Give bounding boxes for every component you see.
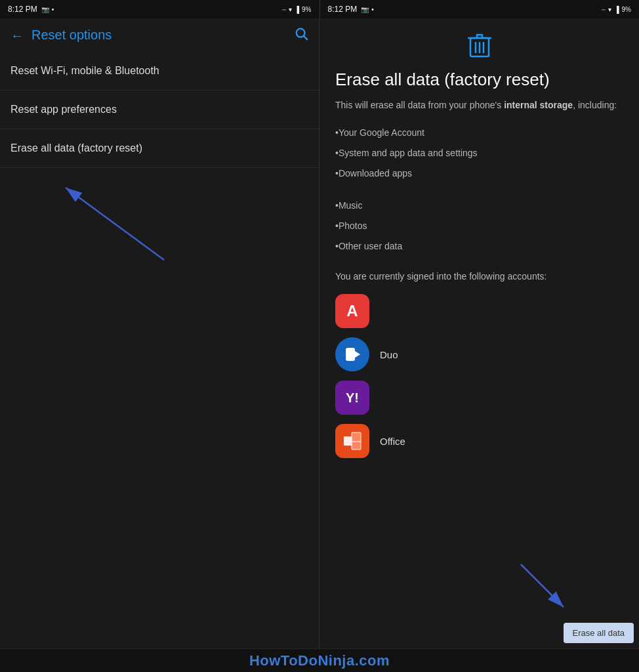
bullet-music: •Music (335, 196, 623, 216)
office-icon-svg (342, 431, 362, 451)
menu-item-wifi-label: Reset Wi-Fi, mobile & Bluetooth (10, 65, 159, 76)
duo-label: Duo (380, 349, 398, 360)
menu-item-app-prefs-label: Reset app preferences (10, 104, 117, 115)
dot-icon-left: • (52, 6, 54, 13)
dot-icon-right: • (371, 6, 374, 13)
office-label: Office (380, 436, 405, 447)
app-row-duo: Duo (335, 337, 623, 371)
desc-normal: This will erase all data from your phone… (335, 100, 504, 110)
left-status-right-icons: ⎓ ▾ ▐ 9% (282, 6, 312, 13)
bluetooth-icon-left: ⎓ (282, 6, 286, 13)
right-status-icons: 📷 • (361, 6, 374, 13)
left-status-icons: 📷 • (41, 6, 54, 13)
app-row-adobe: A (335, 294, 623, 328)
app-row-office: Office (335, 424, 623, 458)
left-arrow-annotation (0, 168, 319, 648)
menu-item-wifi[interactable]: Reset Wi-Fi, mobile & Bluetooth (0, 52, 319, 91)
toolbar: ← Reset options (0, 18, 319, 52)
menu-item-app-prefs[interactable]: Reset app preferences (0, 91, 319, 129)
yahoo-icon: Y! (335, 381, 369, 415)
adobe-icon-letter: A (346, 302, 358, 320)
yahoo-icon-letter: Y! (346, 390, 359, 406)
watermark-text: HowToDoNinja.com (249, 652, 390, 669)
bullet-other-user-data: •Other user data (335, 236, 623, 257)
trash-icon-container (335, 32, 623, 62)
desc-end: , including: (573, 100, 617, 110)
signal-icon-left: ▐ (295, 6, 299, 13)
factory-reset-title: Erase all data (factory reset) (335, 70, 623, 90)
office-icon (335, 424, 369, 458)
left-panel: ← Reset options Reset Wi-Fi, mobile & Bl… (0, 18, 320, 648)
bullet-downloaded-apps: •Downloaded apps (335, 163, 623, 184)
right-status-right-icons: ⎓ ▾ ▐ 9% (602, 6, 631, 13)
svg-rect-16 (352, 432, 361, 442)
status-bars: 8:12 PM 📷 • ⎓ ▾ ▐ 9% 8:12 PM 📷 • ⎓ ▾ ▐ 9… (0, 0, 639, 18)
duo-icon (335, 337, 369, 371)
right-time: 8:12 PM (328, 5, 358, 14)
annotation-arrow-right (501, 558, 580, 617)
factory-reset-description: This will erase all data from your phone… (335, 98, 623, 112)
wifi-icon-left: ▾ (289, 6, 292, 13)
wifi-icon-right: ▾ (608, 6, 611, 13)
duo-icon-svg (343, 345, 361, 364)
annotation-arrow-left (52, 181, 197, 273)
menu-item-factory-reset-label: Erase all data (factory reset) (10, 142, 142, 154)
search-button[interactable] (294, 26, 308, 44)
erase-all-data-button[interactable]: Erase all data (564, 623, 634, 643)
desc-bold: internal storage (504, 100, 573, 110)
bluetooth-icon-right: ⎓ (602, 6, 606, 13)
right-status-bar: 8:12 PM 📷 • ⎓ ▾ ▐ 9% (320, 0, 640, 18)
battery-right: 9% (622, 6, 631, 13)
adobe-icon: A (335, 294, 369, 328)
svg-marker-13 (355, 351, 360, 358)
left-time: 8:12 PM (8, 5, 37, 14)
erase-button-area: Erase all data (558, 618, 640, 648)
svg-rect-12 (346, 348, 355, 361)
accounts-text: You are currently signed into the follow… (335, 270, 623, 284)
bottom-bar: HowToDoNinja.com (0, 648, 639, 672)
svg-line-3 (66, 188, 164, 260)
bullet-system-data: •System and app data and settings (335, 143, 623, 163)
page-title: Reset options (31, 28, 286, 43)
signal-icon-right: ▐ (614, 6, 619, 13)
app-row-yahoo: Y! (335, 381, 623, 415)
left-status-bar: 8:12 PM 📷 • ⎓ ▾ ▐ 9% (0, 0, 320, 18)
bullet-google-account: •Your Google Account (335, 123, 623, 143)
svg-line-1 (304, 36, 307, 39)
main-content: ← Reset options Reset Wi-Fi, mobile & Bl… (0, 18, 639, 648)
battery-left: 9% (302, 6, 311, 13)
camera-icon-left: 📷 (41, 6, 49, 13)
menu-item-factory-reset[interactable]: Erase all data (factory reset) (0, 129, 319, 168)
camera-icon-right: 📷 (361, 6, 369, 13)
svg-line-18 (521, 564, 564, 607)
right-panel[interactable]: Erase all data (factory reset) This will… (320, 18, 639, 648)
bullet-photos: •Photos (335, 216, 623, 236)
back-button[interactable]: ← (10, 29, 24, 42)
trash-icon (468, 32, 491, 59)
